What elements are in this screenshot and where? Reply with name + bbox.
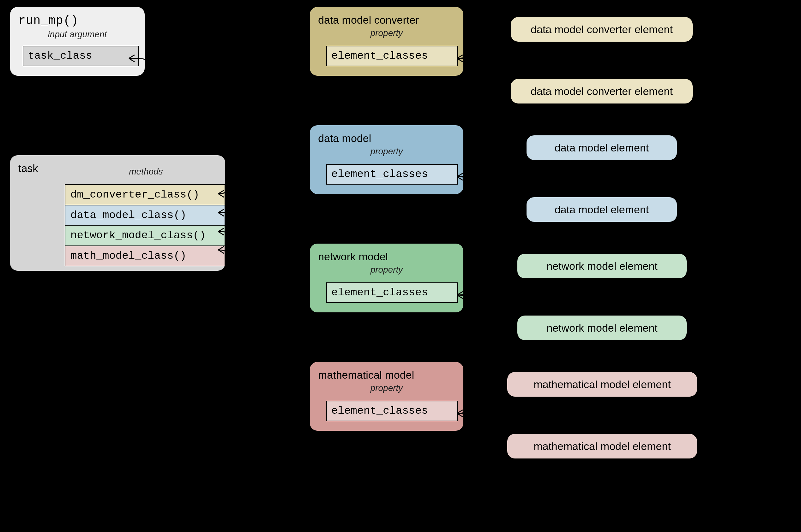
mid-sub-data-model: property bbox=[318, 147, 455, 156]
pill-net-elem-2: network model element bbox=[517, 315, 687, 341]
mid-title-converter: data model converter bbox=[318, 14, 455, 26]
mid-sub-network-model: property bbox=[318, 265, 455, 275]
run-mp-subtitle: input argument bbox=[18, 29, 136, 39]
task-box: task methods dm_converter_class() data_m… bbox=[10, 155, 226, 271]
pill-net-elem-1: network model element bbox=[517, 253, 687, 279]
mid-title-data-model: data model bbox=[318, 132, 455, 145]
task-method-network-model: network_model_class() bbox=[65, 226, 225, 246]
conn-mid-math-elems bbox=[457, 381, 506, 450]
task-method-math-model: math_model_class() bbox=[65, 246, 225, 267]
conn-mid-net-elems bbox=[457, 263, 516, 331]
mid-sub-math-model: property bbox=[318, 383, 455, 393]
mid-field-math-model: element_classes bbox=[326, 401, 458, 421]
pill-converter-elem-1: data model converter element bbox=[510, 16, 693, 42]
pill-converter-elem-2: data model converter element bbox=[510, 78, 693, 104]
mid-field-data-model: element_classes bbox=[326, 164, 458, 185]
task-methods: dm_converter_class() data_model_class() … bbox=[65, 184, 225, 266]
run-mp-field: task_class bbox=[23, 46, 139, 66]
mid-field-converter: element_classes bbox=[326, 46, 458, 66]
pill-math-elem-2: mathematical model element bbox=[507, 433, 698, 459]
pill-data-elem-1: data model element bbox=[526, 135, 677, 160]
conn-task-netmodel bbox=[218, 228, 309, 282]
mid-box-math-model: mathematical model property element_clas… bbox=[309, 361, 464, 431]
mid-box-network-model: network model property element_classes bbox=[309, 243, 464, 313]
pill-data-elem-2: data model element bbox=[526, 196, 677, 223]
run-mp-title: run_mp() bbox=[18, 14, 136, 27]
conn-task-datamodel bbox=[218, 156, 309, 216]
run-mp-box: run_mp() input argument task_class bbox=[10, 6, 145, 76]
pill-math-elem-1: mathematical model element bbox=[507, 372, 698, 397]
diagram-stage: { "run_mp": { "title": "run_mp()", "subt… bbox=[0, 0, 801, 532]
mid-title-network-model: network model bbox=[318, 250, 455, 263]
conn-task-converter bbox=[218, 38, 309, 197]
conn-mid-converter-elems bbox=[457, 26, 509, 95]
mid-box-converter: data model converter property element_cl… bbox=[309, 6, 464, 76]
mid-sub-converter: property bbox=[318, 28, 455, 38]
mid-title-math-model: mathematical model bbox=[318, 369, 455, 381]
conn-task-mathmodel bbox=[218, 246, 309, 400]
conn-mid-data-elems bbox=[457, 144, 525, 213]
task-method-data-model: data_model_class() bbox=[65, 205, 225, 226]
mid-box-data-model: data model property element_classes bbox=[309, 125, 464, 195]
mid-field-network-model: element_classes bbox=[326, 282, 458, 303]
task-subtitle: methods bbox=[98, 167, 193, 177]
task-method-dm-converter: dm_converter_class() bbox=[65, 184, 225, 205]
